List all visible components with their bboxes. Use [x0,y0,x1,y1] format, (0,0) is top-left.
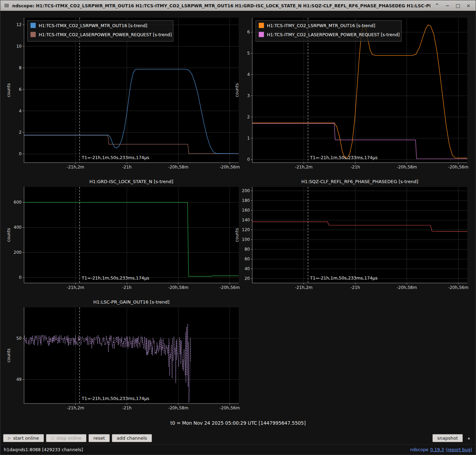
stop-online-button[interactable]: □ stop online [46,434,86,442]
y-tick-label: 20 [245,276,250,281]
plot-background [24,307,239,403]
chart-grd-isc-lock-state[interactable]: 0200400600-21h,2m-21h-20h,58m-20h,56mcou… [2,176,240,298]
x-tick-label: -20h,58m [397,285,417,290]
x-tick-label: -20h,56m [448,285,468,290]
legend-label: H1:TCS-ITMX_CO2_LSRPWR_MTR_OUT16 [s-tren… [39,23,147,28]
y-axis-title: counts [6,228,11,242]
x-tick-label: -21h,2m [295,285,313,290]
chart-sqz-clf-refl-phase[interactable]: 20406080100120140160180200-21h,2m-21h-20… [231,176,469,298]
y-tick-label: 2 [247,115,250,119]
snapshot-button[interactable]: snapshot [432,434,463,442]
reset-button[interactable]: reset [89,434,110,442]
legend-swatch [259,23,264,28]
statusbar: h1daqnds1:8088 [429233 channels] ndscope… [0,444,476,455]
statusbar-right: ndscope 0.19.3 (report bug) [410,447,472,452]
y-tick-label: 5 [247,51,250,56]
y-tick-label: 0 [19,151,22,156]
y-tick-label: 200 [14,250,22,255]
up-triangle-icon: ▲ [467,436,471,440]
y-tick-label: 80 [245,247,250,252]
y-tick-label: 1 [247,136,250,141]
y-tick-label: 50 [16,336,22,341]
y-tick-label: 40 [245,266,250,271]
server-info: h1daqnds1:8088 [429233 channels] [4,447,83,452]
y-axis-title: counts [235,228,239,242]
toolbar: ▷ start online □ stop online reset add c… [0,433,476,443]
reset-label: reset [93,436,105,441]
chart-lsc-pr-gain[interactable]: 4950-21h,2m-21h-20h,58m-20h,56mcountsT1=… [2,297,240,418]
legend-swatch [259,32,264,37]
y-tick-label: 60 [245,257,250,261]
chart-itmy-co2[interactable]: 0123456-21h,2m-21h-20h,58m-20h,56mcounts… [231,12,469,176]
expand-arrow-button[interactable]: ▲ [465,436,473,440]
x-tick-label: -20h,58m [168,165,189,170]
y-tick-label: 12 [16,22,22,27]
t1-cursor-label: T1=-21h,1m,50s,233ms,174µs [82,275,149,281]
ndscope-window: ndscope: H1:TCS-ITMX_CO2_LSRPWR_MTR_OUT1… [0,0,476,455]
snapshot-label: snapshot [437,436,458,441]
x-tick-label: -21h,2m [67,406,84,410]
y-tick-label: 400 [14,225,22,230]
start-online-button[interactable]: ▷ start online [3,434,44,442]
version-link[interactable]: 0.19.3 [430,447,444,452]
y-tick-label: 0 [247,157,250,162]
y-tick-label: 4 [19,109,22,113]
y-tick-label: 4 [247,72,250,77]
legend-label: H1:TCS-ITMX_CO2_LASERPOWER_POWER_REQUEST… [39,32,172,37]
x-tick-label: -20h,56m [448,165,468,170]
t1-cursor-label: T1=-21h,1m,50s,233ms,174µs [310,275,378,281]
y-tick-label: 10 [16,44,22,49]
x-tick-label: -21h [122,285,131,290]
y-tick-label: 8 [19,65,22,70]
y-axis-title: counts [6,83,11,97]
x-tick-label: -21h [351,165,360,170]
x-tick-label: -21h [122,406,131,410]
plot-title: H1:SQZ-CLF_REFL_RF6_PHASE_PHASEDEG [s-tr… [301,179,418,184]
legend: H1:TCS-ITMY_CO2_LSRPWR_MTR_OUT16 [s-tren… [256,21,401,41]
x-tick-label: -21h [122,165,131,170]
y-tick-label: 0 [19,275,22,280]
y-tick-label: 160 [242,208,250,213]
y-tick-label: 120 [242,227,250,232]
plot-background [24,187,239,283]
y-tick-label: 100 [242,237,250,242]
play-icon: ▷ [8,436,11,440]
report-bug-link[interactable]: (report bug) [446,447,472,452]
stop-icon: □ [51,436,54,440]
plot-title: H1:LSC-PR_GAIN_OUT16 [s-trend] [93,299,170,305]
x-tick-label: -20h,58m [168,285,189,290]
stop-online-label: stop online [56,436,82,441]
y-tick-label: 200 [242,188,250,193]
t0-timestamp: t0 = Mon Nov 24 2025 05:00:29 UTC [14479… [0,420,476,426]
ndscope-link[interactable]: ndscope [410,447,429,452]
y-tick-label: 6 [247,30,250,34]
x-tick-label: -21h [351,285,360,290]
y-tick-label: 600 [14,200,22,205]
legend-label: H1:TCS-ITMY_CO2_LASERPOWER_POWER_REQUEST… [267,32,400,37]
legend-swatch [30,32,36,37]
legend-label: H1:TCS-ITMY_CO2_LSRPWR_MTR_OUT16 [s-tren… [267,23,375,28]
x-tick-label: -20h,58m [168,406,189,410]
t1-cursor-label: T1=-21h,1m,50s,233ms,174µs [310,155,378,160]
x-tick-label: -21h,2m [67,165,84,170]
start-online-label: start online [13,436,39,441]
chart-itmx-co2[interactable]: 024681012-21h,2m-21h-20h,58m-20h,56mcoun… [2,12,240,176]
y-tick-label: 180 [242,198,250,203]
plot-title: H1:GRD-ISC_LOCK_STATE_N [s-trend] [90,179,174,184]
add-channels-button[interactable]: add channels [112,434,152,442]
x-tick-label: -21h,2m [67,285,84,290]
add-channels-label: add channels [117,436,147,441]
legend: H1:TCS-ITMX_CO2_LSRPWR_MTR_OUT16 [s-tren… [28,21,173,41]
y-tick-label: 49 [16,377,22,382]
plot-background [252,187,467,283]
y-axis-title: counts [6,348,11,362]
plot-grid: 024681012-21h,2m-21h-20h,58m-20h,56mcoun… [0,0,476,455]
y-tick-label: 140 [242,218,250,222]
t1-cursor-label: T1=-21h,1m,50s,233ms,174µs [82,396,149,401]
y-axis-title: counts [235,83,239,97]
x-tick-label: -20h,56m [220,406,240,410]
y-tick-label: 6 [19,87,22,92]
plot-area: 024681012-21h,2m-21h-20h,58m-20h,56mcoun… [0,11,476,432]
x-tick-label: -21h,2m [295,165,313,170]
t1-cursor-label: T1=-21h,1m,50s,233ms,174µs [82,155,149,160]
